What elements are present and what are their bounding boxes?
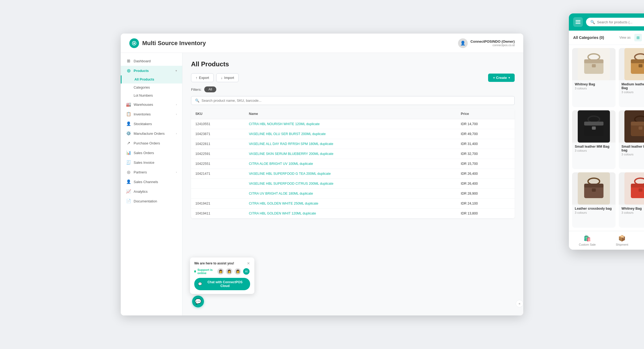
product-card[interactable]: Leather crossbody bag 3 colours [572,172,616,228]
chat-button[interactable]: 💬 Chat with ConnectPOS Cloud [194,278,250,290]
sidebar-item-partners[interactable]: ◎ Partners › [121,167,182,177]
cell-name[interactable]: VASELINE HBL OLU SER BURST 200ML duplica… [244,129,456,139]
sidebar-item-sales-invoice[interactable]: 🧾 Sales Invoice [121,158,182,167]
support-close-button[interactable]: ✕ [247,261,250,266]
pos-search-icon: 🔍 [590,20,595,24]
table-row[interactable]: 10422551 CITRA ALOE BRIGHT UV 100ML dupl… [191,159,515,169]
support-avatar-1: 👩 [217,268,224,275]
filters-row: Filters: All [191,86,515,92]
pos-category-title: All Categories (0) [573,35,604,40]
chevron-right-icon-par: › [176,171,177,174]
svg-rect-33 [631,184,644,187]
cell-price: IDR 32,700 [456,149,515,159]
sidebar-item-purchase-orders[interactable]: ↗ Purchase Orders [121,138,182,148]
sidebar-item-stocktakers[interactable]: 👤 Stocktakers [121,119,182,129]
support-widget: We are here to assist you! ✕ Support is … [190,257,254,294]
product-name: Medium leather MM Bag [621,82,644,90]
create-button[interactable]: + Create ▾ [488,74,515,82]
product-variants: 3 colours [575,211,613,214]
table-row[interactable]: 10422811 VASELINE ALL DAY RAD RFRSH SPM … [191,139,515,149]
product-card[interactable]: Small leather MM Bag 3 colours [572,110,616,169]
filter-pill-all[interactable]: All [204,86,216,92]
product-info-1: Whitney Bag 3 colours [572,80,616,92]
table-row[interactable]: 10421471 VASELINE HBL SUPERFOOD G TEA 20… [191,169,515,179]
export-button[interactable]: ↑ Export [191,73,214,82]
chevron-right-icon-inv: › [176,113,177,116]
search-input[interactable] [202,99,511,103]
table-row[interactable]: 10423871 VASELINE HBL OLU SER BURST 200M… [191,129,515,139]
collapse-icon: « [519,302,521,306]
sidebar-item-analytics[interactable]: 📈 Analytics [121,187,182,196]
product-variants: 3 colours [621,211,644,214]
cell-name[interactable]: VASELINE SKIN SERUM BLUEBERRY 200ML dupl… [244,149,456,159]
search-row: 🔍 [191,96,515,105]
chat-button-label: Chat with ConnectPOS Cloud [204,280,246,288]
table-row[interactable]: VASELINE HBL SUPERFOOD CITRUS 200ML dupl… [191,179,515,189]
pos-overlay: 🔍 ⊡ All Categories (0) View as ⊞ ☰ ▊▎▊ [569,13,644,250]
pos-nav-shipment[interactable]: 📦 Shipment [616,235,628,246]
header-user: 👤 ConnectPOSINDO (Owner) connectpos.co.i… [458,38,515,48]
sidebar-item-products[interactable]: ◎ Products ▾ [121,66,182,75]
table-row[interactable]: 10419421 CITRA HBL GOLDEN WHITE 250ML du… [191,199,515,209]
product-card[interactable]: Whitney Bag 3 colours [619,172,644,228]
search-icon: 🔍 [195,99,199,103]
collapse-sidebar-button[interactable]: « [516,300,523,307]
support-avatar-bot: AI [243,268,250,275]
product-card[interactable]: Whitney Bag 3 colours [572,48,616,107]
cell-price: IDR 26,400 [456,169,515,179]
sidebar-sub-label-all-products: All Products [134,78,154,81]
sidebar-item-manufacture-orders[interactable]: ⚙️ Manufacture Orders › [121,129,182,138]
svg-rect-18 [584,122,603,125]
shipment-icon: 📦 [618,235,625,242]
sidebar-item-documentation[interactable]: 📄 Documentation [121,196,182,206]
table-row[interactable]: CITRA UV BRIGHT ALOE 180ML duplicate IDR… [191,189,515,199]
sidebar-sub-item-all-products[interactable]: All Products [121,75,182,83]
invoice-icon: 🧾 [126,160,131,165]
pos-menu-button[interactable] [573,17,583,27]
cell-name[interactable]: CITRA UV BRIGHT ALOE 180ML duplicate [244,189,456,199]
sidebar-sub-item-categories[interactable]: Categories [121,83,182,92]
svg-rect-14 [639,64,642,67]
cell-name[interactable]: CITRA HBL GOLDEN WHIT 120ML duplicate [244,209,456,219]
product-card[interactable]: Small leather Bouba bag 3 colours [619,110,644,169]
cell-name[interactable]: CITRA HBL GOLDEN WHITE 250ML duplicate [244,199,456,209]
cell-sku: 10422591 [191,149,244,159]
header-brand: Multi Source Inventory [129,38,206,48]
sidebar-sub-item-lot-numbers[interactable]: Lot Numbers [121,92,182,100]
app-title: Multi Source Inventory [142,40,206,47]
pos-search-input[interactable] [597,20,644,24]
pos-header: 🔍 ⊡ [569,13,644,31]
cell-sku: 10423871 [191,129,244,139]
sidebar-item-warehouses[interactable]: 🏭 Warehouses › [121,100,182,109]
cell-name[interactable]: VASELINE ALL DAY RAD RFRSH SPM 180ML dup… [244,139,456,149]
svg-rect-24 [639,126,642,130]
table-row[interactable]: 10419411 CITRA HBL GOLDEN WHIT 120ML dup… [191,209,515,219]
pos-bottom-nav: 🛍️ Custom Sale 📦 Shipment 🛒 0 Cart [569,231,644,250]
cell-price: IDR 28,900 [456,189,515,199]
chevron-right-icon-mfr: › [176,132,177,135]
cell-name[interactable]: VASELINE HBL SUPERFOOD G TEA 200ML dupli… [244,169,456,179]
table-row[interactable]: 12410551 CITRA HBL NOURISH WHITE 120ML d… [191,119,515,129]
cell-name[interactable]: CITRA ALOE BRIGHT UV 100ML duplicate [244,159,456,169]
chat-fab[interactable]: 💬 [192,296,204,307]
cell-price: IDR 31,400 [456,139,515,149]
import-button[interactable]: ↓ Import [216,73,239,82]
sidebar-item-sales-channels[interactable]: 👤 Sales Channels [121,177,182,187]
sidebar-item-inventories[interactable]: 📋 Inventories › [121,109,182,119]
product-image-1 [572,48,616,80]
pos-nav-label-custom-sale: Custom Sale [579,243,596,246]
product-name: Whitney Bag [621,207,644,210]
sales-channels-icon: 👤 [126,179,131,184]
sidebar-item-dashboard[interactable]: ⊞ Dashboard [121,56,182,66]
table-row[interactable]: 10422591 VASELINE SKIN SERUM BLUEBERRY 2… [191,149,515,159]
cell-name[interactable]: CITRA HBL NOURISH WHITE 120ML duplicate [244,119,456,129]
sidebar-label-warehouses: Warehouses [134,103,153,107]
product-card[interactable]: Medium leather MM Bag 3 colours [619,48,644,107]
sidebar-label-inventories: Inventories [134,112,151,116]
pos-view-grid-icon[interactable]: ⊞ [634,34,642,41]
cell-name[interactable]: VASELINE HBL SUPERFOOD CITRUS 200ML dupl… [244,179,456,189]
sidebar-sub-label-lot-numbers: Lot Numbers [134,94,153,97]
sidebar-item-sales-orders[interactable]: 📊 Sales Orders [121,148,182,158]
product-info-3: Small leather MM Bag 3 colours [572,143,616,154]
pos-nav-custom-sale[interactable]: 🛍️ Custom Sale [579,235,596,246]
